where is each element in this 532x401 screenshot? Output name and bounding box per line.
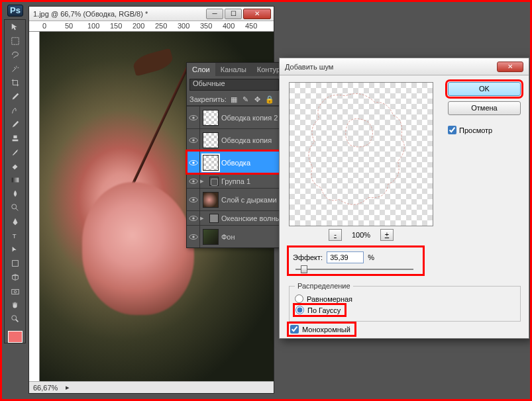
zoom-in-button[interactable]: + — [380, 229, 394, 241]
pen-tool-icon[interactable] — [7, 215, 24, 228]
distribution-group: Распределение Равномерная По Гауссу — [289, 286, 521, 322]
visibility-toggle[interactable] — [187, 174, 200, 188]
dialog-titlebar[interactable]: Добавить шум ✕ — [280, 58, 529, 75]
slider-thumb[interactable] — [301, 265, 307, 273]
move-tool-icon[interactable] — [7, 21, 24, 34]
distribution-legend: Распределение — [295, 282, 353, 290]
hand-tool-icon[interactable] — [7, 298, 24, 312]
zoom-tool-icon[interactable] — [7, 312, 24, 326]
preview-checkbox[interactable] — [448, 126, 456, 134]
3d-tool-icon[interactable] — [7, 271, 24, 284]
layer-item[interactable]: Слой с дырками — [187, 188, 282, 210]
shape-tool-icon[interactable] — [7, 257, 24, 270]
dodge-tool-icon[interactable] — [7, 201, 24, 214]
type-tool-icon[interactable]: T — [7, 229, 24, 242]
gaussian-radio-row[interactable]: По Гауссу — [295, 305, 345, 315]
lasso-tool-icon[interactable] — [7, 48, 24, 62]
status-menu-icon[interactable]: ▸ — [66, 383, 70, 392]
layer-name[interactable]: Слой с дырками — [221, 196, 282, 204]
layer-item-group[interactable]: ▸ ▢ Группа 1 — [187, 173, 282, 188]
layer-thumbnail[interactable] — [203, 132, 219, 148]
ok-button[interactable]: OK — [448, 82, 521, 96]
visibility-toggle[interactable] — [187, 152, 200, 173]
visibility-toggle[interactable] — [187, 211, 200, 225]
toolbox: T — [4, 19, 26, 343]
blend-mode-select[interactable]: Обычные — [189, 79, 279, 91]
heal-tool-icon[interactable] — [7, 104, 24, 117]
layer-item[interactable]: Фон — [187, 225, 282, 247]
layer-name[interactable]: Фон — [221, 233, 282, 241]
dialog-close-button[interactable]: ✕ — [497, 62, 523, 72]
lock-all-icon[interactable]: 🔒 — [265, 95, 274, 104]
eyedropper-tool-icon[interactable] — [7, 90, 24, 103]
brush-tool-icon[interactable] — [7, 118, 24, 131]
layer-item-selected[interactable]: Обводка — [187, 151, 282, 173]
color-swatches[interactable] — [5, 331, 25, 343]
layers-panel: Слои Каналы Контур Обычные Закрепить: ▦ … — [186, 62, 282, 248]
lock-label: Закрепить: — [189, 95, 227, 103]
visibility-toggle[interactable] — [187, 107, 200, 128]
zoom-status[interactable]: 66,67% — [33, 384, 58, 392]
uniform-radio[interactable] — [295, 294, 303, 303]
tab-layers[interactable]: Слои — [187, 63, 215, 76]
svg-rect-7 — [11, 289, 19, 294]
svg-text:T: T — [12, 232, 16, 240]
svg-point-23 — [192, 236, 195, 238]
svg-point-19 — [192, 199, 195, 201]
crop-tool-icon[interactable] — [7, 76, 24, 89]
expand-icon[interactable]: ▸ — [200, 214, 207, 222]
uniform-radio-row[interactable]: Равномерная — [295, 293, 515, 304]
layer-item[interactable]: Обводка копия — [187, 128, 282, 151]
document-titlebar[interactable]: 1.jpg @ 66,7% (Обводка, RGB/8) * ─ ☐ ✕ — [29, 7, 274, 21]
preview-checkbox-row[interactable]: Просмотр — [448, 126, 521, 134]
filter-icon — [209, 214, 219, 223]
layer-item-filter[interactable]: ▸ Океанские волны — [187, 210, 282, 225]
cancel-button[interactable]: Отмена — [448, 101, 521, 115]
layer-name[interactable]: Обводка копия — [221, 136, 282, 144]
lock-transparency-icon[interactable]: ▦ — [229, 95, 239, 104]
close-button[interactable]: ✕ — [243, 9, 271, 19]
ruler-vertical — [29, 32, 40, 381]
monochrome-checkbox[interactable] — [290, 325, 299, 334]
maximize-button[interactable]: ☐ — [225, 9, 242, 19]
eraser-tool-icon[interactable] — [7, 159, 24, 173]
svg-rect-0 — [11, 38, 19, 45]
layer-name[interactable]: Группа 1 — [221, 177, 282, 185]
svg-point-8 — [14, 290, 17, 293]
layer-item[interactable]: Обводка копия 2 — [187, 106, 282, 128]
marquee-tool-icon[interactable] — [7, 34, 24, 48]
visibility-toggle[interactable] — [187, 189, 200, 210]
lock-move-icon[interactable]: ✥ — [253, 95, 262, 104]
layer-thumbnail[interactable] — [203, 110, 219, 126]
amount-slider[interactable] — [295, 269, 413, 270]
preview-label: Просмотр — [459, 126, 492, 134]
gaussian-radio[interactable] — [295, 306, 304, 314]
minimize-button[interactable]: ─ — [206, 9, 223, 19]
tab-channels[interactable]: Каналы — [215, 63, 252, 76]
blur-tool-icon[interactable] — [7, 187, 24, 200]
foreground-swatch[interactable] — [8, 331, 23, 343]
history-brush-icon[interactable] — [7, 146, 24, 159]
lock-paint-icon[interactable]: ✎ — [241, 95, 250, 104]
stamp-tool-icon[interactable] — [7, 132, 24, 145]
zoom-out-button[interactable]: - — [329, 229, 342, 241]
monochrome-row[interactable]: Монохромный — [289, 324, 354, 335]
camera-tool-icon[interactable] — [7, 285, 24, 298]
path-select-icon[interactable] — [7, 243, 24, 256]
svg-rect-6 — [12, 261, 18, 267]
visibility-toggle[interactable] — [187, 129, 200, 151]
ps-app-icon[interactable]: Ps — [7, 5, 23, 17]
layer-name[interactable]: Обводка — [221, 159, 282, 167]
layer-thumbnail[interactable] — [203, 155, 219, 171]
layer-thumbnail[interactable] — [203, 192, 219, 208]
wand-tool-icon[interactable] — [7, 62, 24, 75]
layer-thumbnail[interactable] — [203, 229, 219, 245]
gradient-tool-icon[interactable] — [7, 173, 24, 187]
visibility-toggle[interactable] — [187, 226, 200, 247]
layer-name[interactable]: Океанские волны — [221, 214, 282, 222]
amount-input[interactable] — [327, 251, 364, 263]
preview-outline — [290, 83, 433, 226]
preview-box — [289, 82, 433, 226]
expand-icon[interactable]: ▸ — [200, 177, 207, 185]
layer-name[interactable]: Обводка копия 2 — [221, 114, 282, 122]
